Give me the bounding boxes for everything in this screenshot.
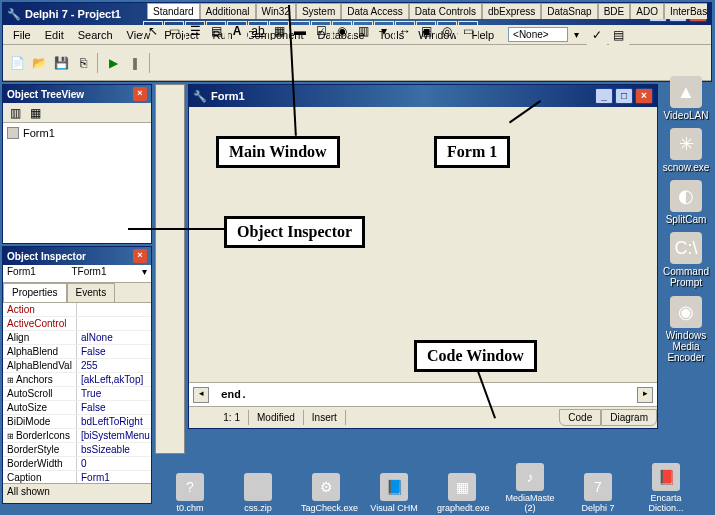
palette-tab-ado[interactable]: ADO [630, 3, 664, 19]
property-row[interactable]: AutoSizeFalse [3, 401, 151, 415]
taskbar-shortcut[interactable]: ?t0.chm [165, 473, 215, 513]
inspector-tab-properties[interactable]: Properties [3, 283, 67, 302]
property-row[interactable]: AlignalNone [3, 331, 151, 345]
property-row[interactable]: BorderStylebsSizeable [3, 443, 151, 457]
palette-button-icon[interactable]: ▬ [290, 21, 310, 41]
taskbar-shortcut[interactable]: ⚙TagCheck.exe [301, 473, 351, 513]
taskbar-shortcut[interactable]: ♪MediaMaste (2) [505, 463, 555, 513]
open-button[interactable]: 📂 [29, 53, 49, 73]
property-row[interactable]: BorderIcons[biSystemMenu, [3, 429, 151, 443]
palette-radiobutton-icon[interactable]: ◉ [332, 21, 352, 41]
palette-popupmenu-icon[interactable]: ▤ [206, 21, 226, 41]
tab-code[interactable]: Code [559, 409, 601, 426]
palette-tab-system[interactable]: System [296, 3, 341, 19]
component-palette-tabs: Standard Additional Win32 System Data Ac… [147, 3, 707, 19]
palette-listbox-icon[interactable]: ▥ [353, 21, 373, 41]
property-row[interactable]: AutoScrollTrue [3, 387, 151, 401]
properties-grid[interactable]: ActionActiveControlAlignalNoneAlphaBlend… [3, 303, 151, 483]
saveall-button[interactable]: ⎘ [73, 53, 93, 73]
icon-label: SplitCam [656, 214, 715, 225]
property-value[interactable]: False [77, 401, 151, 414]
taskbar-shortcut[interactable]: 📘Visual CHM [369, 473, 419, 513]
desktop-icon[interactable]: ▲VideoLAN [656, 76, 715, 121]
property-value[interactable] [77, 303, 151, 316]
form-close-button[interactable]: × [635, 88, 653, 104]
property-row[interactable]: AlphaBlendFalse [3, 345, 151, 359]
property-value[interactable]: False [77, 345, 151, 358]
palette-groupbox-icon[interactable]: ▣ [416, 21, 436, 41]
modified-indicator: Modified [249, 410, 304, 425]
palette-memo-icon[interactable]: ▦ [269, 21, 289, 41]
taskbar-shortcut[interactable]: 📕Encarta Diction... [641, 463, 691, 513]
palette-scrollbar-icon[interactable]: ↔ [395, 21, 415, 41]
property-row[interactable]: ActiveControl [3, 317, 151, 331]
property-row[interactable]: BorderWidth0 [3, 457, 151, 471]
desktop-icon[interactable]: ◐SplitCam [656, 180, 715, 225]
property-row[interactable]: BiDiModebdLeftToRight [3, 415, 151, 429]
form-minimize-button[interactable]: _ [595, 88, 613, 104]
property-value[interactable] [77, 317, 151, 330]
form-title-bar[interactable]: 🔧 Form1 _ □ × [189, 85, 657, 107]
run-button[interactable]: ▶ [103, 53, 123, 73]
palette-tab-datasnap[interactable]: DataSnap [541, 3, 597, 19]
pause-button[interactable]: ‖ [125, 53, 145, 73]
palette-label-icon[interactable]: A [227, 21, 247, 41]
inspector-title-bar[interactable]: Object Inspector × [3, 247, 151, 265]
property-value[interactable]: 255 [77, 359, 151, 372]
palette-panel-icon[interactable]: ▭ [458, 21, 478, 41]
icon-image: ◐ [670, 180, 702, 212]
property-value[interactable]: bdLeftToRight [77, 415, 151, 428]
property-value[interactable]: bsSizeable [77, 443, 151, 456]
property-value[interactable]: [biSystemMenu, [77, 429, 151, 442]
palette-arrow-icon[interactable]: ↖ [143, 21, 163, 41]
desktop-icon[interactable]: C:\Command Prompt [656, 232, 715, 288]
scroll-right-button[interactable]: ▸ [637, 387, 653, 403]
menu-file[interactable]: File [7, 27, 37, 43]
inspector-close-button[interactable]: × [133, 249, 147, 263]
taskbar-shortcut[interactable]: ▦graphedt.exe [437, 473, 487, 513]
property-row[interactable]: Action [3, 303, 151, 317]
palette-tab-datacontrols[interactable]: Data Controls [409, 3, 482, 19]
desktop-icon[interactable]: ✳scnow.exe [656, 128, 715, 173]
palette-tab-standard[interactable]: Standard [147, 3, 200, 19]
palette-tab-interbase[interactable]: InterBase [664, 3, 707, 19]
save-button[interactable]: 💾 [51, 53, 71, 73]
palette-edit-icon[interactable]: ab [248, 21, 268, 41]
palette-radiogroup-icon[interactable]: ◎ [437, 21, 457, 41]
scroll-left-button[interactable]: ◂ [193, 387, 209, 403]
shortcut-label: Delphi 7 [573, 503, 623, 513]
property-value[interactable]: alNone [77, 331, 151, 344]
property-row[interactable]: AlphaBlendVal255 [3, 359, 151, 373]
treeview-tool2-icon[interactable]: ▦ [27, 105, 43, 121]
tree-node-form1[interactable]: Form1 [7, 127, 147, 139]
menu-edit[interactable]: Edit [39, 27, 70, 43]
property-row[interactable]: Anchors[akLeft,akTop] [3, 373, 151, 387]
property-value[interactable]: True [77, 387, 151, 400]
treeview-title-bar[interactable]: Object TreeView × [3, 85, 151, 103]
treeview-close-button[interactable]: × [133, 87, 147, 101]
code-editor-strip[interactable]: ◂ end. ▸ [189, 382, 657, 406]
palette-frame-icon[interactable]: ▭ [164, 21, 184, 41]
inspector-tab-events[interactable]: Events [67, 283, 116, 302]
new-button[interactable]: 📄 [7, 53, 27, 73]
desktop-icon[interactable]: ◉Windows Media Encoder [656, 296, 715, 363]
tab-diagram[interactable]: Diagram [601, 409, 657, 426]
taskbar-shortcut[interactable]: css.zip [233, 473, 283, 513]
palette-combobox-icon[interactable]: ▾ [374, 21, 394, 41]
palette-tab-bde[interactable]: BDE [598, 3, 631, 19]
treeview-tool-icon[interactable]: ▥ [7, 105, 23, 121]
palette-tab-dbexpress[interactable]: dbExpress [482, 3, 541, 19]
property-row[interactable]: CaptionForm1 [3, 471, 151, 483]
property-value[interactable]: Form1 [77, 471, 151, 483]
palette-tab-dataaccess[interactable]: Data Access [341, 3, 409, 19]
palette-tab-additional[interactable]: Additional [200, 3, 256, 19]
taskbar-shortcut[interactable]: 7Delphi 7 [573, 473, 623, 513]
menu-search[interactable]: Search [72, 27, 119, 43]
treeview-body[interactable]: Form1 [3, 123, 151, 243]
palette-checkbox-icon[interactable]: ☑ [311, 21, 331, 41]
form-maximize-button[interactable]: □ [615, 88, 633, 104]
palette-mainmenu-icon[interactable]: ☰ [185, 21, 205, 41]
property-value[interactable]: 0 [77, 457, 151, 470]
inspector-object-selector[interactable]: Form1 TForm1 ▾ [3, 265, 151, 283]
property-value[interactable]: [akLeft,akTop] [77, 373, 151, 386]
